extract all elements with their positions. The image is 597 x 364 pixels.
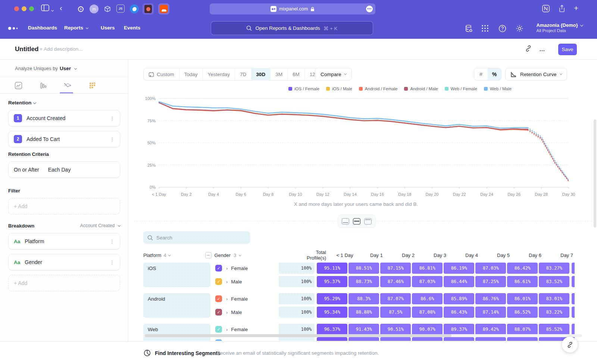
retention-value-cell[interactable]: 96.37% <box>317 324 347 335</box>
table-search-input[interactable]: Search <box>143 231 250 244</box>
retention-value-cell[interactable]: 83.01% <box>539 293 569 304</box>
expand-row-icon[interactable]: › <box>226 310 228 315</box>
split-view-icon[interactable] <box>353 218 360 225</box>
day-column-header[interactable]: Day 2 <box>393 252 423 258</box>
expand-row-icon[interactable]: › <box>226 279 228 285</box>
total-profiles-header[interactable]: Total Profile(s) <box>296 250 326 261</box>
series-checkbox[interactable]: ✓ <box>215 339 222 341</box>
extension-cube-icon[interactable] <box>103 4 112 13</box>
retention-section-label[interactable]: Retention <box>8 100 120 106</box>
nav-dashboards[interactable]: Dashboards <box>28 25 57 31</box>
tab-chevron-icon[interactable] <box>51 7 53 13</box>
share-icon[interactable] <box>558 4 566 14</box>
range-today[interactable]: Today <box>179 68 203 80</box>
analyze-uniques-by[interactable]: Analyze Uniques byUser <box>15 66 76 71</box>
legend-item[interactable]: Web / Female <box>445 87 477 91</box>
address-bar[interactable]: mixpanel.com ••• <box>210 3 375 15</box>
retention-value-cell[interactable]: 88.07% <box>507 324 538 335</box>
mixpanel-logo[interactable] <box>8 27 18 30</box>
retention-value-cell[interactable]: 86.52% <box>507 307 538 318</box>
gender-cell[interactable]: Female <box>231 266 275 271</box>
breakdown-add-button[interactable]: + Add <box>8 275 120 291</box>
report-more-menu[interactable]: ... <box>540 46 545 52</box>
range-yesterday[interactable]: Yesterday <box>203 68 235 80</box>
global-search[interactable]: Open Reports & Dashboards ⌘ + K <box>211 21 373 35</box>
retention-value-cell[interactable]: 87.46% <box>380 276 411 287</box>
data-management-icon[interactable] <box>464 24 473 33</box>
retention-value-cell[interactable]: 87.03% <box>412 276 443 287</box>
address-more-icon[interactable]: ••• <box>366 6 373 12</box>
apps-grid-icon[interactable] <box>481 24 490 33</box>
retention-value-cell[interactable]: 87.03% <box>475 263 506 274</box>
vertical-scrollbar-thumb[interactable] <box>594 119 596 228</box>
retention-value-cell[interactable]: 85.89% <box>444 293 474 304</box>
copy-link-icon[interactable] <box>525 45 532 54</box>
breakdown-platform[interactable]: Aa Platform ⋮ <box>8 233 120 250</box>
save-button[interactable]: Save <box>558 44 577 55</box>
tab-funnels[interactable] <box>35 79 51 92</box>
expand-row-icon[interactable]: › <box>226 340 228 341</box>
retention-value-cell[interactable]: 88.3% <box>348 293 379 304</box>
settings-gear-icon[interactable] <box>515 24 524 33</box>
retention-value-cell[interactable]: 83.52% <box>539 276 569 287</box>
nav-events[interactable]: Events <box>124 25 140 31</box>
retention-value-cell[interactable]: 86.19% <box>444 263 474 274</box>
series-checkbox[interactable]: ✓ <box>215 265 222 272</box>
gender-cell[interactable]: Male <box>231 279 275 285</box>
retention-value-cell[interactable]: 88.51% <box>348 263 379 274</box>
retention-value-cell[interactable]: 86.42% <box>507 263 538 274</box>
range-6m[interactable]: 6M <box>287 68 304 80</box>
notion-extension-icon[interactable] <box>542 4 550 14</box>
retention-value-cell[interactable]: 90.01% <box>412 337 443 341</box>
back-button[interactable]: ‹ <box>60 4 62 12</box>
zoom-window-button[interactable] <box>29 6 34 11</box>
retention-value-cell[interactable]: 87.08% <box>412 307 443 318</box>
legend-item[interactable]: Android / Female <box>359 87 398 91</box>
compare-button[interactable]: Compare <box>315 68 352 81</box>
range-3m[interactable]: 3M <box>270 68 287 80</box>
range-7d[interactable]: 7D <box>235 68 251 80</box>
day-column-header[interactable]: < 1 Day <box>329 252 360 258</box>
retention-value-cell[interactable]: 86.01% <box>507 293 538 304</box>
retention-value-cell[interactable]: 88.04% <box>507 337 538 341</box>
retention-value-cell[interactable]: 89.48% <box>475 337 506 341</box>
close-window-button[interactable] <box>14 6 19 11</box>
series-checkbox[interactable]: ✓ <box>215 295 222 302</box>
range-30d[interactable]: 30D <box>251 68 270 81</box>
retention-value-cell[interactable]: 87.07% <box>380 293 411 304</box>
breakdown-scope-dropdown[interactable]: Account Created <box>80 223 120 228</box>
tab-retention[interactable] <box>84 79 100 92</box>
retention-value-cell[interactable]: 86.61% <box>507 276 538 287</box>
step-added-to-cart[interactable]: 2 Added To Cart ⋮ <box>8 131 120 147</box>
report-title[interactable]: Untitled <box>15 46 38 53</box>
retention-value-cell[interactable]: 89.37% <box>444 324 474 335</box>
retention-value-cell[interactable]: 90.54% <box>380 337 411 341</box>
gender-cell[interactable]: Male <box>231 340 275 341</box>
day-column-header[interactable]: Day 4 <box>456 252 487 258</box>
expand-row-icon[interactable]: › <box>226 266 228 271</box>
legend-item[interactable]: iOS / Male <box>326 87 352 91</box>
share-link-fab[interactable] <box>562 337 578 352</box>
legend-item[interactable]: Web / Male <box>484 87 512 91</box>
extension-panel-icon[interactable] <box>143 3 154 15</box>
legend-item[interactable]: iOS / Female <box>288 87 319 91</box>
series-checkbox[interactable]: ✓ <box>215 309 222 316</box>
retention-value-cell[interactable]: 91.43% <box>348 324 379 335</box>
retention-value-cell[interactable]: 86.43% <box>444 307 474 318</box>
extension-target-icon[interactable] <box>76 4 85 13</box>
nav-users[interactable]: Users <box>101 25 115 31</box>
tab-flows[interactable] <box>60 79 75 92</box>
day-column-header[interactable]: Day 1 <box>361 252 392 258</box>
retention-value-cell[interactable]: 89.48% <box>444 337 474 341</box>
retention-value-cell[interactable]: 87.5% <box>380 307 411 318</box>
retention-value-cell[interactable]: 87.15% <box>380 263 411 274</box>
range-custom[interactable]: Custom <box>144 68 179 80</box>
platform-cell[interactable]: Android <box>143 293 210 318</box>
chart-type-dropdown[interactable]: Retention Curve <box>505 68 567 81</box>
retention-value-cell[interactable]: 90.07% <box>412 324 443 335</box>
percent-values-toggle[interactable]: % <box>488 68 501 80</box>
select-all-checkbox[interactable]: – <box>205 252 212 258</box>
new-tab-button[interactable]: + <box>574 4 578 13</box>
filter-add-button[interactable]: + Add <box>8 198 120 214</box>
help-icon[interactable] <box>498 24 507 33</box>
